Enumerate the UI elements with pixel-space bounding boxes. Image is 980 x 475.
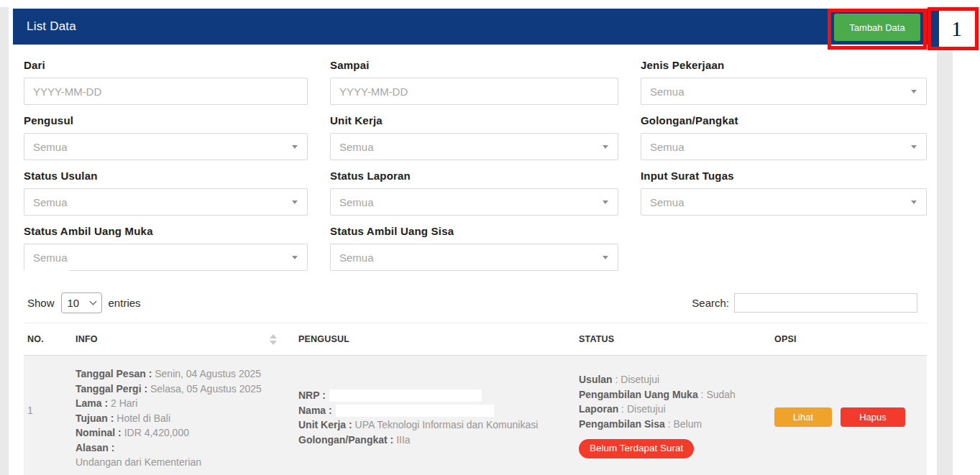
selected-value: Semua bbox=[650, 196, 684, 208]
cell-pengusul: NRP : Nama : Unit Kerja : UPA Teknologi … bbox=[298, 356, 579, 475]
chevron-down-icon bbox=[89, 298, 96, 305]
status-line: Pengambilan Uang Muka : Sudah bbox=[579, 387, 774, 402]
filter-status-usulan: Status Usulan Semua bbox=[24, 170, 308, 216]
filter-status-laporan-label: Status Laporan bbox=[330, 170, 618, 183]
sort-icon[interactable] bbox=[270, 334, 277, 345]
caret-down-icon bbox=[292, 200, 298, 204]
filter-input-surat-tugas-label: Input Surat Tugas bbox=[641, 170, 927, 183]
page-size-value: 10 bbox=[68, 297, 80, 309]
filter-unit-kerja-label: Unit Kerja bbox=[330, 114, 618, 127]
filter-status-ambil-uang-muka-label: Status Ambil Uang Muka bbox=[24, 225, 308, 238]
panel-header: List Data bbox=[13, 9, 937, 45]
search-label: Search: bbox=[692, 297, 729, 309]
filter-unit-kerja: Unit Kerja Semua bbox=[330, 114, 618, 160]
select-render-artifact bbox=[24, 267, 69, 276]
column-header-info[interactable]: INFO bbox=[75, 334, 298, 345]
caret-down-icon bbox=[603, 256, 608, 259]
page-size-select[interactable]: 10 bbox=[61, 292, 102, 313]
filter-form: Dari Sampai Jenis Pekerjaan Semua Pengus… bbox=[24, 59, 927, 280]
filter-pengusul-label: Pengusul bbox=[24, 114, 308, 127]
selected-value: Semua bbox=[650, 141, 684, 153]
caret-down-icon bbox=[292, 145, 298, 149]
selected-value: Semua bbox=[33, 252, 68, 264]
caret-down-icon bbox=[911, 200, 917, 204]
golongan-pangkat-select[interactable]: Semua bbox=[641, 133, 927, 160]
info-line: Tanggal Pergi : Selasa, 05 Agustus 2025 bbox=[75, 382, 298, 397]
status-usulan-select[interactable]: Semua bbox=[24, 188, 308, 216]
annotation-callout-box: 1 bbox=[928, 7, 979, 50]
table-controls: Show 10 entries Search: bbox=[24, 292, 927, 313]
annotation-highlight-box bbox=[828, 9, 927, 50]
info-line: Tujuan : Hotel di Bali bbox=[75, 411, 298, 426]
table-row: 1 Tanggal Pesan : Senin, 04 Agustus 2025… bbox=[24, 356, 927, 475]
row-number: 1 bbox=[24, 356, 75, 475]
filter-sampai: Sampai bbox=[330, 59, 618, 105]
filter-golongan-pangkat-label: Golongan/Pangkat bbox=[641, 114, 927, 127]
filter-status-usulan-label: Status Usulan bbox=[24, 170, 308, 183]
jenis-pekerjaan-select[interactable]: Semua bbox=[641, 78, 927, 105]
info-line: Lama : 2 Hari bbox=[75, 396, 298, 411]
sort-asc-arrow-icon bbox=[270, 334, 277, 338]
page-length-control: Show 10 entries bbox=[24, 292, 141, 313]
info-line: Tanggal Pesan : Senin, 04 Agustus 2025 bbox=[75, 366, 298, 382]
filter-sampai-label: Sampai bbox=[330, 59, 618, 72]
entries-label: entries bbox=[109, 297, 141, 309]
redaction-box bbox=[336, 405, 494, 417]
caret-down-icon bbox=[911, 90, 917, 93]
filter-golongan-pangkat: Golongan/Pangkat Semua bbox=[641, 114, 927, 160]
column-header-opsi: OPSI bbox=[774, 334, 927, 344]
selected-value: Semua bbox=[339, 196, 374, 208]
caret-down-icon bbox=[292, 256, 298, 259]
table-header-row: NO. INFO PENGUSUL STATUS OPSI bbox=[24, 323, 927, 356]
filter-jenis-pekerjaan-label: Jenis Pekerjaan bbox=[641, 59, 927, 72]
filter-status-ambil-uang-sisa-label: Status Ambil Uang Sisa bbox=[330, 225, 618, 238]
selected-value: Semua bbox=[33, 141, 68, 153]
column-header-no: NO. bbox=[24, 334, 75, 344]
header-edge-decoration bbox=[931, 11, 939, 47]
pengusul-line: NRP : bbox=[298, 388, 579, 403]
pengusul-line: Unit Kerja : UPA Teknologi Informasi dan… bbox=[298, 418, 579, 433]
filter-dari: Dari bbox=[24, 59, 308, 105]
status-line: Usulan : Disetujui bbox=[579, 372, 774, 387]
cell-info: Tanggal Pesan : Senin, 04 Agustus 2025 T… bbox=[75, 356, 298, 475]
caret-down-icon bbox=[603, 145, 608, 149]
filter-status-laporan: Status Laporan Semua bbox=[330, 170, 618, 216]
filter-jenis-pekerjaan: Jenis Pekerjaan Semua bbox=[641, 59, 927, 105]
info-line: Nominal : IDR 4,420,000 bbox=[75, 425, 298, 441]
page-title: List Data bbox=[13, 19, 76, 34]
filter-pengusul: Pengusul Semua bbox=[24, 114, 308, 160]
cell-opsi: Lihat Hapus bbox=[774, 356, 927, 475]
search-control: Search: bbox=[692, 293, 927, 313]
hapus-button[interactable]: Hapus bbox=[841, 407, 905, 427]
column-header-info-label: INFO bbox=[75, 334, 98, 344]
status-line: Pengambilan Sisa : Belum bbox=[579, 417, 774, 432]
selected-value: Semua bbox=[33, 196, 68, 208]
caret-down-icon bbox=[911, 145, 917, 149]
column-header-status: STATUS bbox=[579, 334, 774, 344]
pengusul-line: Golongan/Pangkat : IIIa bbox=[298, 433, 579, 448]
status-ambil-uang-sisa-select[interactable]: Semua bbox=[330, 244, 618, 271]
caret-down-icon bbox=[603, 200, 608, 204]
date-from-input[interactable] bbox=[24, 78, 308, 105]
pengusul-select[interactable]: Semua bbox=[24, 133, 308, 160]
selected-value: Semua bbox=[339, 252, 374, 264]
date-to-input[interactable] bbox=[330, 78, 618, 105]
pengusul-line: Nama : bbox=[298, 403, 579, 418]
unit-kerja-select[interactable]: Semua bbox=[330, 133, 618, 160]
redaction-box bbox=[329, 389, 482, 402]
info-line: Undangan dari Kementerian bbox=[75, 455, 298, 470]
filter-status-ambil-uang-muka: Status Ambil Uang Muka Semua bbox=[24, 225, 308, 271]
cell-status: Usulan : Disetujui Pengambilan Uang Muka… bbox=[579, 356, 774, 475]
filter-status-ambil-uang-sisa: Status Ambil Uang Sisa Semua bbox=[330, 225, 618, 271]
status-line: Laporan : Disetujui bbox=[579, 402, 774, 417]
sort-desc-arrow-icon bbox=[270, 341, 277, 345]
search-input[interactable] bbox=[734, 293, 917, 313]
lihat-button[interactable]: Lihat bbox=[774, 407, 832, 427]
show-label: Show bbox=[27, 297, 55, 309]
filter-input-surat-tugas: Input Surat Tugas Semua bbox=[641, 170, 927, 216]
column-header-pengusul: PENGUSUL bbox=[298, 334, 579, 344]
selected-value: Semua bbox=[650, 86, 684, 98]
annotation-step-number: 1 bbox=[944, 17, 962, 41]
input-surat-tugas-select[interactable]: Semua bbox=[641, 188, 927, 216]
status-laporan-select[interactable]: Semua bbox=[330, 188, 618, 216]
